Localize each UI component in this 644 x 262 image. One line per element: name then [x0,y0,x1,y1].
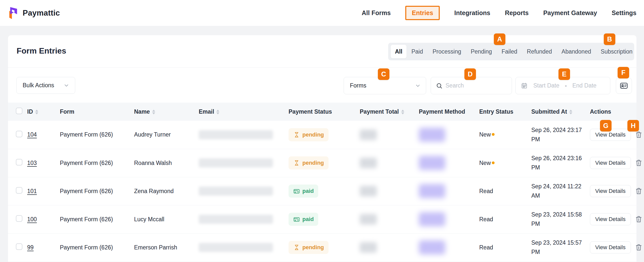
delete-entry-button[interactable] [635,159,642,167]
row-checkbox[interactable] [16,159,22,165]
nav-integrations[interactable]: Integrations [454,9,490,17]
table-row: 104 Payment Form (626) Audrey Turner pen… [8,121,636,149]
header-payment-total: Payment Total [360,108,399,115]
delete-entry-button[interactable] [635,244,642,251]
view-details-button[interactable]: View Details [590,241,631,253]
payment-total-redacted [360,214,377,225]
table-header-row: ID Form Name Email Payment Status Paymen… [8,103,636,121]
row-checkbox[interactable] [16,243,22,250]
entry-columns-button[interactable] [616,78,632,94]
payment-status-badge: paid [289,213,318,226]
select-all-checkbox[interactable] [16,108,22,114]
hourglass-icon [293,131,300,138]
header-id: ID [27,108,33,115]
header-payment-method: Payment Method [419,108,465,115]
annotation-badge-h: H [627,120,639,132]
entry-id-link[interactable]: 99 [27,244,34,251]
header-submitted-at: Submitted At [531,108,567,115]
row-checkbox[interactable] [16,215,22,222]
top-navigation: All Forms Entries Integrations Reports P… [362,0,636,26]
new-indicator-dot [492,161,495,164]
tab-all[interactable]: All [391,45,407,58]
email-redacted [199,187,273,196]
payment-total-redacted [360,186,377,196]
header-form: Form [60,108,74,115]
entry-status: Read [479,244,493,251]
view-details-button[interactable]: View Details [590,157,631,169]
divider [8,67,636,68]
sort-icon[interactable] [152,110,155,114]
entry-status: New [479,160,495,166]
payment-method-redacted [419,212,445,226]
email-redacted [199,158,273,167]
nav-reports[interactable]: Reports [505,9,529,17]
search-input[interactable] [446,82,503,89]
form-cell: Payment Form (626) [60,177,134,205]
tab-paid[interactable]: Paid [407,45,428,58]
payment-method-redacted [419,128,445,142]
hourglass-icon [293,244,300,251]
form-cell: Payment Form (626) [60,149,134,177]
row-checkbox[interactable] [16,187,22,194]
payment-method-redacted [419,156,445,170]
chevron-down-icon [63,82,69,89]
wallet-icon [293,188,300,195]
end-date-placeholder[interactable]: End Date [572,82,596,89]
nav-entries[interactable]: Entries [405,6,440,20]
annotation-badge-f: F [618,67,629,78]
nav-all-forms[interactable]: All Forms [362,9,391,17]
email-redacted [199,243,273,252]
form-cell: Payment Form (626) [60,121,134,149]
chevron-down-icon [415,83,421,89]
forms-filter-value: Forms [350,82,366,89]
payment-status-badge: pending [289,128,329,141]
tab-subscription[interactable]: Subscription [596,45,637,58]
bulk-actions-label: Bulk Actions [23,82,54,89]
email-redacted [199,215,273,224]
tab-pending[interactable]: Pending [466,45,497,58]
tab-failed[interactable]: Failed [497,45,522,58]
header-entry-status: Entry Status [479,108,513,115]
view-details-button[interactable]: View Details [590,213,631,225]
contact-card-icon [619,81,628,90]
tab-abandoned[interactable]: Abandoned [557,45,596,58]
brand[interactable]: Paymattic [8,0,60,26]
sort-icon[interactable] [401,110,404,114]
trash-icon [635,131,642,139]
tab-processing[interactable]: Processing [428,45,466,58]
tab-refunded[interactable]: Refunded [522,45,557,58]
header-actions: Actions [590,108,611,115]
payment-method-redacted [419,240,445,254]
view-details-button[interactable]: View Details [590,185,631,197]
delete-entry-button[interactable] [635,215,642,223]
sort-icon[interactable] [216,110,219,114]
trash-icon [635,244,642,251]
table-row: 101 Payment Form (626) Zena Raymond paid… [8,177,636,205]
delete-entry-button[interactable] [635,131,642,139]
entry-id-link[interactable]: 101 [27,188,37,194]
table-row: 100 Payment Form (626) Lucy Mccall paid … [8,205,636,233]
sort-icon[interactable] [569,110,572,114]
payment-total-redacted [360,129,377,140]
header-email: Email [199,108,214,115]
start-date-placeholder[interactable]: Start Date [533,82,559,89]
payment-total-redacted [360,158,377,168]
entries-table: ID Form Name Email Payment Status Paymen… [8,103,636,262]
table-row: 99 Payment Form (626) Emerson Parrish pe… [8,233,636,261]
entry-id-link[interactable]: 104 [27,131,37,138]
row-checkbox[interactable] [16,131,22,137]
delete-entry-button[interactable] [635,187,642,195]
name-cell: Roanna Walsh [134,149,199,177]
header-payment-status: Payment Status [289,108,332,115]
entry-id-link[interactable]: 103 [27,160,37,166]
sort-icon[interactable] [35,110,38,114]
nav-payment-gateway[interactable]: Payment Gateway [543,9,597,17]
payment-total-redacted [360,242,377,253]
entry-id-link[interactable]: 100 [27,216,37,223]
nav-settings[interactable]: Settings [612,9,636,17]
annotation-badge-g: G [600,120,612,132]
bulk-actions-dropdown[interactable]: Bulk Actions [16,77,75,94]
page-title: Form Entries [17,46,66,56]
payment-status-badge: pending [289,241,329,254]
annotation-badge-b: B [604,33,615,45]
